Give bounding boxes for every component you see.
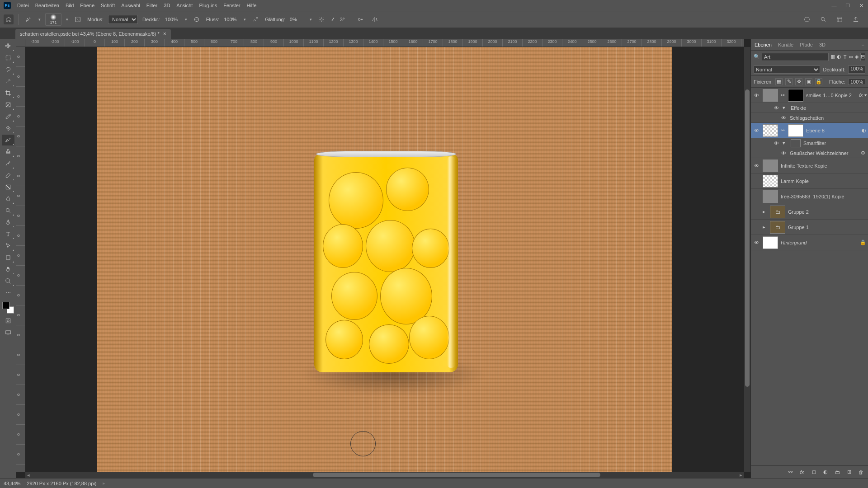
frame-tool[interactable] (2, 99, 14, 110)
smoothing-input[interactable] (290, 17, 305, 22)
panel-menu-icon[interactable]: ≡ (862, 42, 864, 47)
layer-row[interactable]: 👁⚯Ebene 8◐ (751, 123, 868, 138)
eyedropper-tool[interactable] (2, 111, 14, 122)
size-pressure-icon[interactable] (355, 14, 365, 24)
mask-link-icon[interactable]: ⚯ (781, 93, 785, 98)
horizontal-ruler[interactable]: -300-200-1000100200300400500600700800900… (25, 39, 744, 47)
current-tool-icon[interactable] (23, 14, 34, 25)
canvas-stage[interactable] (25, 47, 744, 472)
airbrush-icon[interactable] (250, 14, 260, 24)
layer-name[interactable]: smilies-1…0 Kopie 2 (806, 93, 856, 98)
menu-datei[interactable]: Datei (17, 3, 29, 8)
fill-input[interactable]: 100% (848, 79, 865, 85)
fx-badge[interactable]: fx ▾ (859, 93, 866, 98)
dodge-tool[interactable] (2, 205, 14, 216)
visibility-icon[interactable]: 👁 (753, 128, 760, 133)
hand-tool[interactable] (2, 264, 14, 275)
vertical-scrollbar[interactable] (744, 47, 750, 472)
new-group-icon[interactable]: 🗀 (834, 469, 841, 476)
layer-name[interactable]: Infinite Texture Kopie (781, 163, 866, 169)
layer-name[interactable]: Gruppe 1 (788, 225, 866, 230)
mask-link-icon[interactable]: ⚯ (781, 128, 785, 133)
layer-name[interactable]: Lamm Kopie (781, 178, 866, 184)
stamp-tool[interactable] (2, 146, 14, 157)
workspace-icon[interactable] (835, 14, 844, 24)
layer-blend-select[interactable]: Normal (754, 66, 820, 74)
zoom-tool[interactable] (2, 276, 14, 286)
home-button[interactable] (4, 14, 14, 24)
layer-filter-input[interactable] (762, 53, 829, 61)
shape-tool[interactable] (2, 252, 14, 263)
layer-name[interactable]: Gruppe 2 (788, 209, 866, 215)
layer-row[interactable]: 👁Infinite Texture Kopie (751, 158, 868, 174)
layer-row[interactable]: 👁Hintergrund🔒 (751, 235, 868, 250)
search-icon[interactable] (818, 14, 828, 24)
menu-plugins[interactable]: Plug-ins (199, 3, 217, 8)
brush-tool[interactable] (2, 135, 14, 145)
brush-panel-icon[interactable] (73, 14, 83, 24)
lasso-tool[interactable] (2, 64, 14, 75)
adjustment-layer-icon[interactable]: ◐ (822, 469, 829, 476)
lock-transparency-icon[interactable]: ▦ (775, 78, 783, 85)
layer-effect-row[interactable]: 👁Gaußscher Weichzeichner⚙ (751, 148, 868, 158)
layer-opacity-input[interactable]: 100% (848, 66, 865, 74)
layer-fx-icon[interactable]: fx (798, 469, 806, 476)
layer-mask-icon[interactable]: ◻ (810, 469, 817, 476)
layer-name[interactable]: Ebene 8 (806, 128, 857, 133)
visibility-icon[interactable]: 👁 (753, 240, 760, 245)
color-swatches[interactable] (2, 302, 14, 314)
crop-tool[interactable] (2, 88, 14, 99)
document-canvas[interactable] (97, 47, 672, 472)
menu-3d[interactable]: 3D (164, 3, 170, 8)
angle-input[interactable] (340, 17, 351, 22)
layer-row[interactable]: tree-3095683_1920(1) Kopie (751, 189, 868, 204)
menu-hilfe[interactable]: Hilfe (246, 3, 256, 8)
doc-info[interactable]: 2920 Px x 2160 Px (182,88 ppi) (27, 481, 96, 486)
menu-filter[interactable]: Filter (146, 3, 157, 8)
menu-bild[interactable]: Bild (66, 3, 74, 8)
edit-toolbar[interactable]: ⋯ (2, 287, 14, 298)
menu-ansicht[interactable]: Ansicht (176, 3, 193, 8)
move-tool[interactable] (2, 41, 14, 52)
tool-preset-dropdown[interactable]: ▾ (38, 17, 41, 22)
filter-toggle[interactable]: ⊟ (860, 53, 865, 61)
pen-tool[interactable] (2, 217, 14, 228)
filter-adjust-icon[interactable]: ◐ (837, 53, 841, 61)
menu-ebene[interactable]: Ebene (80, 3, 94, 8)
filter-shape-icon[interactable]: ▭ (849, 53, 853, 61)
flow-input[interactable] (224, 17, 239, 22)
healing-tool[interactable] (2, 123, 14, 134)
layer-row[interactable]: Lamm Kopie (751, 174, 868, 189)
layer-name[interactable]: tree-3095683_1920(1) Kopie (781, 194, 866, 199)
smart-filter-icon[interactable]: ◐ (862, 127, 866, 133)
menu-schrift[interactable]: Schrift (101, 3, 115, 8)
cloud-docs-icon[interactable] (802, 14, 812, 24)
layer-name[interactable]: Hintergrund (781, 240, 857, 245)
opacity-pressure-icon[interactable] (192, 14, 202, 24)
tab-pfade[interactable]: Pfade (800, 42, 813, 47)
horizontal-scrollbar[interactable]: ◂▸ (25, 472, 744, 478)
layer-effect-row[interactable]: 👁▾Effekte (751, 103, 868, 113)
window-close-icon[interactable]: ✕ (858, 3, 864, 9)
symmetry-icon[interactable] (370, 14, 380, 24)
tab-ebenen[interactable]: Ebenen (755, 42, 772, 47)
status-arrow-icon[interactable]: ▸ (103, 480, 105, 486)
filter-smart-icon[interactable]: ◈ (855, 53, 859, 61)
visibility-icon[interactable]: 👁 (773, 141, 780, 146)
blend-mode-select[interactable]: Normal (108, 15, 138, 24)
layer-row[interactable]: ▸🗀Gruppe 2 (751, 204, 868, 220)
visibility-icon[interactable]: 👁 (780, 115, 787, 121)
filter-pixel-icon[interactable]: ▦ (830, 53, 835, 61)
filter-options-icon[interactable]: ⚙ (861, 150, 865, 156)
opacity-input[interactable] (165, 17, 180, 22)
visibility-icon[interactable]: 👁 (753, 163, 760, 169)
layer-row[interactable]: ▸🗀Gruppe 1 (751, 220, 868, 235)
document-tab[interactable]: schatten erstellen.psdc bei 43,4% (Ebene… (15, 29, 171, 39)
layer-effect-row[interactable]: 👁Schlagschatten (751, 113, 868, 123)
new-layer-icon[interactable]: ⊞ (845, 469, 853, 476)
gradient-tool[interactable] (2, 182, 14, 192)
brush-preview[interactable]: 171 (45, 13, 61, 26)
layer-mask-thumb[interactable] (788, 124, 803, 137)
blur-tool[interactable] (2, 193, 14, 204)
path-select-tool[interactable] (2, 240, 14, 251)
